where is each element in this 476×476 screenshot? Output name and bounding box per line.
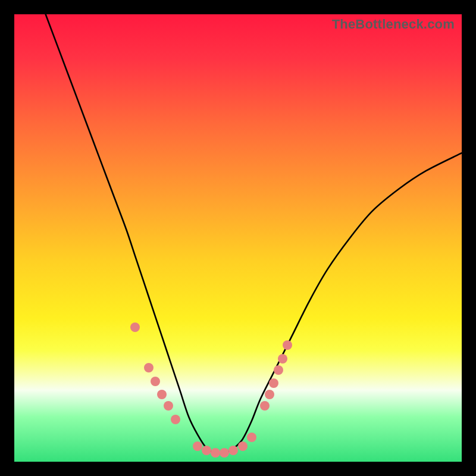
frame: TheBottleneck.com [0,0,476,476]
data-marker [164,401,173,411]
data-marker [157,390,167,399]
data-marker [228,446,238,455]
data-marker [247,433,256,442]
data-marker [283,340,292,350]
data-marker [151,377,160,386]
data-marker [269,378,278,388]
data-marker [211,448,220,458]
bottleneck-curve [14,14,462,462]
data-marker [202,446,211,455]
data-marker [144,363,154,372]
data-marker [238,441,248,451]
data-marker [265,390,274,399]
data-marker [260,401,270,411]
data-marker [274,365,283,375]
data-marker [130,322,140,332]
data-marker [171,415,180,424]
plot-area: TheBottleneck.com [14,14,462,462]
data-marker [220,448,229,458]
data-marker [193,441,202,451]
data-marker [278,354,287,364]
